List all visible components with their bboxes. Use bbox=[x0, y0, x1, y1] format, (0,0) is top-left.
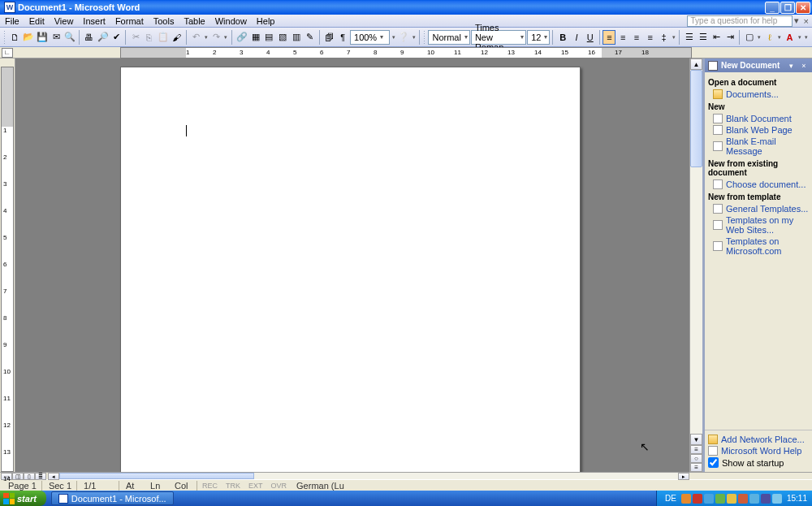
decrease-indent-button[interactable]: ⇤ bbox=[710, 30, 723, 45]
menu-file[interactable]: File bbox=[0, 15, 24, 28]
toolbar-overflow-1[interactable]: ▾ bbox=[411, 30, 417, 45]
browse-object-button[interactable]: ○ bbox=[690, 454, 702, 463]
tray-icon-9[interactable] bbox=[772, 494, 782, 504]
outline-view-button[interactable]: ≣ bbox=[35, 473, 46, 480]
scroll-track[interactable] bbox=[690, 70, 702, 434]
toolbar-overflow-2[interactable]: ▾ bbox=[803, 30, 809, 45]
border-dropdown[interactable]: ▾ bbox=[757, 30, 762, 45]
help-dropdown-icon[interactable]: ▾ bbox=[793, 15, 801, 26]
italic-button[interactable]: I bbox=[570, 30, 583, 45]
style-combo[interactable]: Normal▾ bbox=[428, 30, 469, 45]
link-add-network[interactable]: Add Network Place... bbox=[708, 434, 809, 445]
link-documents[interactable]: Documents... bbox=[708, 89, 809, 100]
underline-button[interactable]: U bbox=[584, 30, 597, 45]
insert-table-button[interactable]: ▤ bbox=[262, 30, 275, 45]
docmap-button[interactable]: 🗐 bbox=[322, 30, 335, 45]
print-preview-button[interactable]: 🔎 bbox=[97, 30, 110, 45]
new-doc-button[interactable]: 🗋 bbox=[8, 30, 21, 45]
next-page-button[interactable]: ≡ bbox=[690, 463, 702, 472]
menu-tools[interactable]: Tools bbox=[149, 15, 179, 28]
drawing-button[interactable]: ✎ bbox=[304, 30, 317, 45]
link-blank-email[interactable]: Blank E-mail Message bbox=[708, 136, 809, 157]
link-general-templates[interactable]: General Templates... bbox=[708, 203, 809, 214]
ruler-vertical[interactable]: 1234567891011121314 bbox=[1, 67, 14, 472]
highlight-button[interactable]: ℓ bbox=[763, 30, 776, 45]
tray-icon-7[interactable] bbox=[749, 494, 759, 504]
font-combo[interactable]: Times New Roman▾ bbox=[471, 30, 526, 45]
web-view-button[interactable]: ◫ bbox=[12, 473, 24, 480]
doc-close-button[interactable]: × bbox=[801, 16, 812, 26]
spellcheck-button[interactable]: ✔ bbox=[110, 30, 123, 45]
menu-help[interactable]: Help bbox=[252, 15, 280, 28]
tab-indicator[interactable]: ∟ bbox=[2, 48, 13, 58]
align-center-button[interactable]: ≡ bbox=[616, 30, 629, 45]
taskbar-item-document1[interactable]: Document1 - Microsof... bbox=[51, 491, 174, 505]
align-left-button[interactable]: ≡ bbox=[603, 30, 615, 45]
font-color-dropdown[interactable]: ▾ bbox=[797, 30, 802, 45]
ruler-horizontal[interactable]: 123456789101112131415161718 bbox=[120, 47, 692, 58]
menu-window[interactable]: Window bbox=[210, 15, 252, 28]
show-startup-checkbox[interactable] bbox=[708, 457, 719, 468]
zoom-combo[interactable]: 100%▾ bbox=[350, 30, 390, 45]
document-page[interactable] bbox=[120, 67, 581, 472]
save-button[interactable]: 💾 bbox=[36, 30, 49, 45]
link-web-templates[interactable]: Templates on my Web Sites... bbox=[708, 214, 809, 236]
bullet-list-button[interactable]: ☰ bbox=[697, 30, 710, 45]
status-ovr[interactable]: OVR bbox=[268, 482, 291, 490]
prev-page-button[interactable]: ≡ bbox=[690, 445, 702, 454]
link-word-help[interactable]: Microsoft Word Help bbox=[708, 445, 809, 456]
columns-button[interactable]: ▥ bbox=[290, 30, 303, 45]
tray-icon-4[interactable] bbox=[715, 494, 725, 504]
line-spacing-dropdown[interactable]: ▾ bbox=[671, 30, 676, 45]
help-button[interactable]: ❔ bbox=[397, 30, 410, 45]
hscroll-track[interactable] bbox=[59, 473, 678, 479]
toolbar-grip[interactable] bbox=[3, 30, 6, 45]
excel-button[interactable]: ▧ bbox=[276, 30, 289, 45]
increase-indent-button[interactable]: ⇥ bbox=[723, 30, 736, 45]
maximize-button[interactable]: ❐ bbox=[780, 2, 795, 14]
tray-language[interactable]: DE bbox=[662, 494, 680, 503]
bold-button[interactable]: B bbox=[556, 30, 569, 45]
numbered-list-button[interactable]: ☰ bbox=[683, 30, 696, 45]
font-size-combo[interactable]: 12▾ bbox=[527, 30, 550, 45]
start-button[interactable]: start bbox=[0, 491, 46, 506]
link-choose-document[interactable]: Choose document... bbox=[708, 179, 809, 190]
hscroll-thumb[interactable] bbox=[59, 473, 254, 479]
tables-borders-button[interactable]: ▦ bbox=[249, 30, 262, 45]
format-toolbar-grip[interactable] bbox=[423, 30, 425, 45]
document-area[interactable]: ↖ bbox=[15, 58, 689, 472]
border-button[interactable]: ▢ bbox=[743, 30, 756, 45]
close-button[interactable]: ✕ bbox=[796, 2, 810, 14]
tray-icon-1[interactable] bbox=[681, 494, 691, 504]
open-button[interactable]: 📂 bbox=[22, 30, 35, 45]
scroll-left-button[interactable]: ◂ bbox=[48, 473, 59, 480]
minimize-button[interactable]: _ bbox=[765, 2, 780, 14]
task-pane-close[interactable]: × bbox=[799, 61, 809, 71]
line-spacing-button[interactable]: ‡ bbox=[658, 30, 671, 45]
toolbar-options-1[interactable]: ▾ bbox=[391, 30, 396, 45]
search-button[interactable]: 🔍 bbox=[63, 30, 76, 45]
show-marks-button[interactable]: ¶ bbox=[336, 30, 349, 45]
menu-view[interactable]: View bbox=[50, 15, 79, 28]
highlight-dropdown[interactable]: ▾ bbox=[777, 30, 783, 45]
menu-insert[interactable]: Insert bbox=[78, 15, 110, 28]
link-blank-webpage[interactable]: Blank Web Page bbox=[708, 124, 809, 136]
tray-icon-6[interactable] bbox=[738, 494, 748, 504]
format-painter-button[interactable]: 🖌 bbox=[171, 30, 184, 45]
horizontal-scrollbar[interactable]: ◂ ▸ bbox=[48, 473, 689, 479]
tray-clock[interactable]: 15:11 bbox=[784, 494, 807, 503]
align-justify-button[interactable]: ≡ bbox=[644, 30, 657, 45]
link-blank-document[interactable]: Blank Document bbox=[708, 113, 809, 124]
task-pane-dropdown[interactable]: ▾ bbox=[786, 61, 796, 71]
status-rec[interactable]: REC bbox=[199, 482, 221, 490]
hyperlink-button[interactable]: 🔗 bbox=[235, 30, 248, 45]
tray-icon-3[interactable] bbox=[704, 494, 714, 504]
scroll-up-button[interactable]: ▲ bbox=[690, 58, 702, 70]
link-ms-templates[interactable]: Templates on Microsoft.com bbox=[708, 236, 809, 257]
email-button[interactable]: ✉ bbox=[50, 30, 63, 45]
tray-icon-5[interactable] bbox=[727, 494, 736, 504]
tray-icon-2[interactable] bbox=[693, 494, 702, 504]
print-button[interactable]: 🖶 bbox=[83, 30, 96, 45]
print-view-button[interactable]: ▯ bbox=[24, 473, 35, 480]
tray-icon-8[interactable] bbox=[761, 494, 771, 504]
